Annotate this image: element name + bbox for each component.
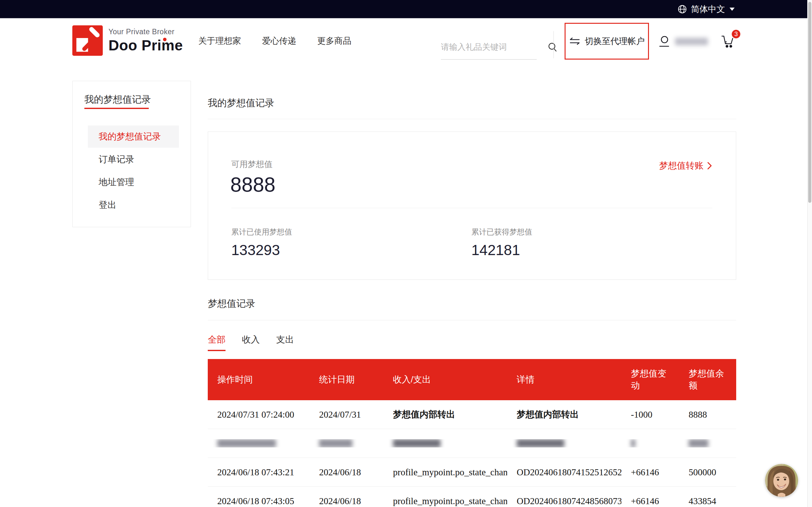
language-selector[interactable]: 简体中文 bbox=[677, 0, 734, 18]
sidebar: 我的梦想值记录 我的梦想值记录 订单记录 地址管理 登出 bbox=[72, 81, 191, 227]
chevron-down-icon bbox=[729, 8, 734, 11]
user-account[interactable] bbox=[658, 35, 708, 48]
language-label: 简体中文 bbox=[691, 3, 725, 15]
records-section-title: 梦想值记录 bbox=[208, 297, 255, 310]
cell-change: -1000 bbox=[621, 409, 679, 420]
cart-button[interactable]: 3 bbox=[720, 34, 736, 49]
col-header-points-balance: 梦想值余额 bbox=[679, 368, 736, 392]
table-row: 2024/06/18 07:43:21 2024/06/18 profile_m… bbox=[208, 458, 736, 487]
col-header-details: 详情 bbox=[507, 374, 621, 386]
gift-search-box bbox=[441, 35, 537, 60]
logo-tagline: Your Private Broker bbox=[108, 27, 183, 36]
cart-count-badge: 3 bbox=[732, 30, 740, 38]
cell-time: 2024/06/18 07:43:21 bbox=[208, 467, 310, 477]
divider bbox=[231, 208, 712, 208]
cell-change-redacted bbox=[621, 439, 679, 447]
logo-mark-icon bbox=[72, 25, 103, 56]
site-header: Your Private Broker Doo Prime 关于理想家 爱心传递… bbox=[72, 18, 736, 63]
available-points-label: 可用梦想值 bbox=[231, 159, 272, 170]
main-content: 我的梦想值记录 可用梦想值 8888 梦想值转账 累计已使用梦想值 133293… bbox=[208, 81, 736, 507]
main-nav: 关于理想家 爱心传递 更多商品 bbox=[198, 18, 351, 63]
switch-to-agent-account-button[interactable]: 切换至代理帐户 bbox=[565, 23, 649, 60]
scrollbar-thumb[interactable] bbox=[808, 2, 811, 203]
switch-account-label: 切换至代理帐户 bbox=[585, 36, 645, 47]
user-icon bbox=[658, 35, 670, 48]
swap-arrows-icon bbox=[569, 37, 580, 46]
table-row: 2024/07/31 07:24:00 2024/07/31 梦想值内部转出 梦… bbox=[208, 400, 736, 429]
globe-icon bbox=[677, 4, 687, 14]
col-header-points-change: 梦想值变动 bbox=[621, 368, 679, 392]
brand-dot bbox=[163, 38, 166, 41]
cell-change: +66146 bbox=[621, 496, 679, 506]
cell-balance-redacted bbox=[679, 439, 736, 447]
search-input[interactable] bbox=[441, 42, 547, 52]
cell-date-redacted bbox=[310, 439, 384, 447]
cell-detail: 梦想值内部转出 bbox=[507, 408, 621, 420]
tab-all[interactable]: 全部 bbox=[208, 334, 225, 351]
table-row-redacted bbox=[208, 429, 736, 458]
used-points-stat: 累计已使用梦想值 133293 bbox=[231, 227, 292, 259]
used-points-value: 133293 bbox=[231, 241, 292, 259]
cell-type: 梦想值内部转出 bbox=[384, 408, 507, 420]
cell-detail: OD20240618074152512652 bbox=[507, 467, 621, 477]
cell-time-redacted bbox=[208, 439, 310, 447]
available-points-value: 8888 bbox=[230, 173, 275, 196]
sidebar-title: 我的梦想值记录 bbox=[84, 93, 151, 106]
table-row: 2024/06/18 07:43:05 2024/06/18 profile_m… bbox=[208, 487, 736, 507]
sidebar-title-underline bbox=[84, 108, 149, 109]
col-header-operation-time: 操作时间 bbox=[208, 374, 310, 386]
chevron-right-icon bbox=[707, 161, 712, 170]
cell-balance: 433854 bbox=[679, 496, 736, 506]
tab-income[interactable]: 收入 bbox=[242, 334, 260, 351]
nav-item-more-products[interactable]: 更多商品 bbox=[317, 35, 351, 47]
cell-change: +66146 bbox=[621, 467, 679, 477]
cell-type: profile_mypoint.po_state_change bbox=[384, 496, 507, 506]
earned-points-value: 142181 bbox=[471, 241, 532, 259]
logo-brand: Doo Prime bbox=[108, 37, 183, 54]
records-tabs: 全部 收入 支出 bbox=[208, 334, 294, 351]
username-redacted bbox=[675, 38, 708, 45]
nav-item-charity[interactable]: 爱心传递 bbox=[262, 35, 296, 47]
cell-type: profile_mypoint.po_state_change bbox=[384, 467, 507, 477]
top-bar: 简体中文 bbox=[0, 0, 812, 18]
search-icon[interactable] bbox=[547, 42, 558, 53]
scrollbar-track[interactable] bbox=[807, 0, 812, 507]
avatar[interactable] bbox=[765, 464, 798, 497]
divider bbox=[208, 119, 736, 119]
divider bbox=[208, 320, 736, 320]
table-header-row: 操作时间 统计日期 收入/支出 详情 梦想值变动 梦想值余额 bbox=[208, 359, 736, 400]
sidebar-item-order-records[interactable]: 订单记录 bbox=[88, 148, 179, 170]
cell-detail-redacted bbox=[507, 439, 621, 447]
records-table: 操作时间 统计日期 收入/支出 详情 梦想值变动 梦想值余额 2024/07/3… bbox=[208, 359, 736, 507]
tab-expense[interactable]: 支出 bbox=[276, 334, 294, 351]
col-header-income-expense: 收入/支出 bbox=[384, 374, 507, 386]
sidebar-item-logout[interactable]: 登出 bbox=[88, 194, 179, 216]
cell-date: 2024/07/31 bbox=[310, 409, 384, 420]
cell-balance: 500000 bbox=[679, 467, 736, 477]
header-divider bbox=[554, 31, 554, 58]
cell-type-redacted bbox=[384, 439, 507, 447]
cell-date: 2024/06/18 bbox=[310, 496, 384, 506]
page-title: 我的梦想值记录 bbox=[208, 97, 274, 110]
points-transfer-label: 梦想值转账 bbox=[659, 160, 704, 172]
points-transfer-link[interactable]: 梦想值转账 bbox=[659, 160, 712, 172]
cell-date: 2024/06/18 bbox=[310, 467, 384, 477]
nav-item-about[interactable]: 关于理想家 bbox=[198, 35, 241, 47]
doo-prime-logo[interactable]: Your Private Broker Doo Prime bbox=[72, 25, 183, 56]
sidebar-item-address-management[interactable]: 地址管理 bbox=[88, 171, 179, 193]
sidebar-item-my-dream-points[interactable]: 我的梦想值记录 bbox=[88, 125, 179, 148]
cell-time: 2024/06/18 07:43:05 bbox=[208, 496, 310, 506]
col-header-statistics-date: 统计日期 bbox=[310, 374, 384, 386]
earned-points-stat: 累计已获得梦想值 142181 bbox=[471, 227, 532, 259]
points-summary-card: 可用梦想值 8888 梦想值转账 累计已使用梦想值 133293 累计已获得梦想… bbox=[208, 131, 736, 280]
cell-time: 2024/07/31 07:24:00 bbox=[208, 409, 310, 420]
earned-points-label: 累计已获得梦想值 bbox=[471, 227, 532, 237]
cell-detail: OD20240618074248568073 bbox=[507, 496, 621, 506]
cell-balance: 8888 bbox=[679, 409, 736, 420]
used-points-label: 累计已使用梦想值 bbox=[231, 227, 292, 237]
